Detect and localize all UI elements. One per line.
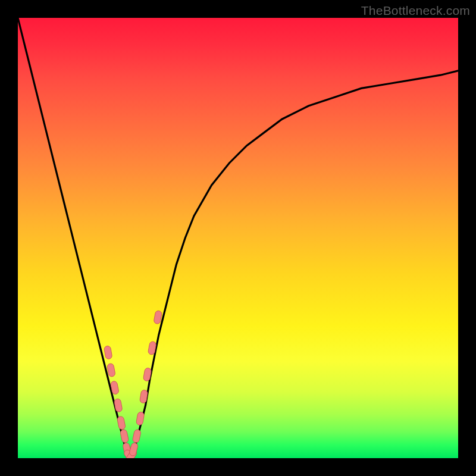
marker-pill [132, 429, 141, 443]
bottleneck-curve [18, 18, 458, 458]
plot-area [18, 18, 458, 458]
chart-frame: TheBottleneck.com [0, 0, 476, 476]
highlight-markers [104, 310, 162, 458]
marker-pill [117, 416, 126, 430]
marker-pill [120, 429, 129, 443]
marker-pill [129, 442, 138, 456]
curve-layer [18, 18, 458, 458]
marker-pill [104, 346, 112, 360]
marker-pill [136, 412, 145, 426]
watermark-text: TheBottleneck.com [361, 4, 470, 18]
